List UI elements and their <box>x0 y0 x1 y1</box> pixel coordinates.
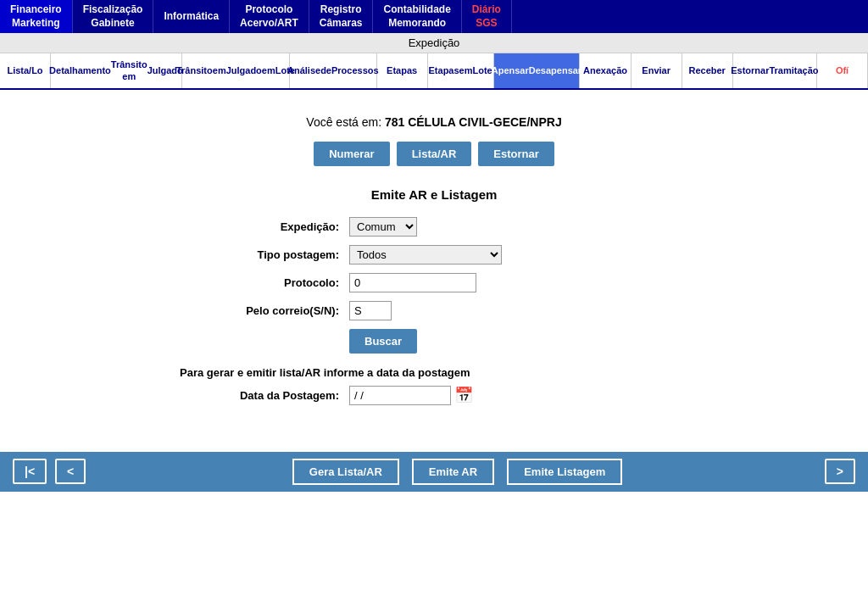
protocolo-row: Protocolo: <box>180 273 688 292</box>
buscar-button[interactable]: Buscar <box>349 329 417 354</box>
bottom-bar: |< < Gera Lista/AR Emite AR Emite Listag… <box>0 452 868 492</box>
form-section: Emite AR e Listagem Expedição: Comum Urg… <box>180 187 688 405</box>
pelo-correio-label: Pelo correio(S/N): <box>180 304 349 317</box>
location-info: Você está em: 781 CÉLULA CIVIL-GECE/NPRJ <box>25 115 843 129</box>
expedicao-field-label: Expedição: <box>180 220 349 233</box>
location-prefix: Você está em: <box>306 115 381 129</box>
emite-listagem-button[interactable]: Emite Listagem <box>507 459 622 485</box>
form-title: Emite AR e Listagem <box>180 187 688 202</box>
expedicao-select[interactable]: Comum Urgente Especial <box>349 217 417 237</box>
calendar-icon[interactable]: 📅 <box>454 386 473 404</box>
protocolo-label: Protocolo: <box>180 276 349 289</box>
protocolo-input[interactable] <box>349 273 476 292</box>
pelo-correio-input[interactable] <box>349 301 392 320</box>
info-text: Para gerar e emitir lista/AR informe a d… <box>180 366 688 379</box>
emite-ar-button[interactable]: Emite AR <box>412 459 494 485</box>
estornar-button[interactable]: Estornar <box>478 142 554 166</box>
nav-protocolo-acervo[interactable]: Protocolo Acervo/ART <box>230 0 309 33</box>
first-button[interactable]: |< <box>13 459 47 484</box>
tipo-postagem-row: Tipo postagem: Todos Carta Simples AR Di… <box>180 245 688 265</box>
subnav-anexacao[interactable]: Anexação <box>580 53 631 88</box>
gera-lista-ar-button[interactable]: Gera Lista/AR <box>292 459 399 485</box>
subnav-estornar-tramitacao[interactable]: Estornar Tramitação <box>733 53 817 88</box>
sub-navigation: Lista/ Lo Detalhamento Trânsito em Julga… <box>0 53 868 90</box>
data-postagem-input[interactable] <box>349 386 451 405</box>
expedicao-bar: Expedição <box>0 33 868 53</box>
top-navigation: Financeiro Marketing Fiscalização Gabine… <box>0 0 868 33</box>
subnav-etapas[interactable]: Etapas <box>377 53 428 88</box>
nav-financeiro-marketing[interactable]: Financeiro Marketing <box>0 0 73 33</box>
nav-informatica[interactable]: Informática <box>153 0 230 33</box>
action-buttons: Numerar Lista/AR Estornar <box>25 142 843 166</box>
expedicao-row: Expedição: Comum Urgente Especial <box>180 217 688 237</box>
subnav-transito-lote[interactable]: Trânsito em Julgado em Lote <box>182 53 290 88</box>
main-content: Você está em: 781 CÉLULA CIVIL-GECE/NPRJ… <box>0 90 868 435</box>
nav-fiscalizacao-gabinete[interactable]: Fiscalização Gabinete <box>73 0 154 33</box>
pelo-correio-row: Pelo correio(S/N): <box>180 301 688 320</box>
location-value: 781 CÉLULA CIVIL-GECE/NPRJ <box>385 115 562 129</box>
subnav-apensar-desapensar[interactable]: Apensar Desapensar <box>494 53 581 88</box>
prev-button[interactable]: < <box>55 459 86 484</box>
subnav-analise-processos[interactable]: Análise de Processos <box>290 53 377 88</box>
nav-registro-camaras[interactable]: Registro Câmaras <box>309 0 374 33</box>
next-button[interactable]: > <box>825 459 855 484</box>
subnav-enviar[interactable]: Enviar <box>632 53 682 88</box>
subnav-receber[interactable]: Receber <box>682 53 733 88</box>
data-postagem-row: Data da Postagem: 📅 <box>180 386 688 405</box>
subnav-detalhamento[interactable]: Detalhamento Trânsito em Julgado <box>51 53 182 88</box>
expedicao-label: Expedição <box>409 36 460 49</box>
nav-contabilidade-memorando[interactable]: Contabilidade Memorando <box>373 0 461 33</box>
subnav-lista-lo[interactable]: Lista/ Lo <box>0 53 51 88</box>
subnav-etapas-lote[interactable]: Etapas em Lote <box>428 53 494 88</box>
nav-diario-sgs[interactable]: Diário SGS <box>462 0 512 33</box>
numerar-button[interactable]: Numerar <box>314 142 389 166</box>
tipo-postagem-label: Tipo postagem: <box>180 248 349 261</box>
subnav-oficio[interactable]: Ofí <box>817 53 868 88</box>
tipo-postagem-select[interactable]: Todos Carta Simples AR Digital SEDEX <box>349 245 502 265</box>
buscar-row: Buscar <box>349 329 688 354</box>
data-postagem-label: Data da Postagem: <box>180 389 349 402</box>
lista-ar-button[interactable]: Lista/AR <box>397 142 472 166</box>
